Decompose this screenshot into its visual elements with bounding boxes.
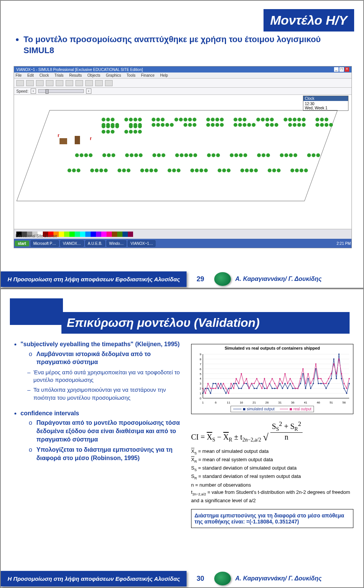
svg-rect-141 bbox=[333, 363, 334, 364]
svg-rect-81 bbox=[328, 383, 329, 384]
color-swatch[interactable] bbox=[59, 232, 64, 237]
svg-rect-83 bbox=[333, 358, 334, 359]
color-swatch[interactable] bbox=[85, 232, 91, 237]
svg-rect-132 bbox=[310, 383, 311, 384]
svg-rect-99 bbox=[225, 388, 226, 389]
color-swatch[interactable] bbox=[64, 232, 69, 237]
r-label: r bbox=[58, 133, 60, 138]
tool-btn[interactable] bbox=[85, 80, 93, 86]
svg-rect-67 bbox=[292, 388, 293, 389]
color-swatch[interactable] bbox=[128, 232, 133, 237]
truck-icon bbox=[60, 138, 67, 144]
color-swatch[interactable] bbox=[75, 232, 80, 237]
svg-rect-66 bbox=[290, 383, 291, 384]
svg-rect-38 bbox=[218, 388, 219, 389]
svg-rect-115 bbox=[267, 388, 268, 389]
menu-results[interactable]: Results bbox=[69, 73, 82, 77]
h1-dash1: Ένα μέρος από αυτά χρησιμοποιείται για ν… bbox=[27, 369, 187, 384]
menu-finance[interactable]: Finance bbox=[141, 73, 155, 77]
tool-btn[interactable] bbox=[105, 80, 113, 86]
taskbar-item[interactable]: VIANOX~1… bbox=[128, 240, 155, 247]
svg-rect-85 bbox=[338, 354, 339, 355]
menu-objects[interactable]: Objects bbox=[88, 73, 100, 77]
footer-authors: Α. Καραγιαννάκη/ Γ. Δουκίδης bbox=[235, 575, 322, 582]
svg-rect-142 bbox=[336, 373, 337, 374]
svg-text:9: 9 bbox=[200, 353, 202, 356]
tool-btn[interactable] bbox=[75, 80, 83, 86]
speed-bar[interactable]: Speed: ‹ › bbox=[14, 88, 351, 95]
simul8-menubar[interactable]: File Edit Clock Trials Results Objects G… bbox=[14, 73, 351, 79]
svg-rect-64 bbox=[284, 383, 286, 384]
tool-btn[interactable] bbox=[16, 80, 24, 86]
svg-rect-118 bbox=[274, 383, 275, 384]
color-swatch[interactable] bbox=[80, 232, 85, 237]
color-swatch[interactable] bbox=[107, 232, 112, 237]
svg-rect-77 bbox=[318, 383, 319, 384]
svg-rect-34 bbox=[207, 388, 209, 389]
svg-rect-33 bbox=[205, 388, 206, 389]
menu-clock[interactable]: Clock bbox=[39, 73, 49, 77]
tool-btn[interactable] bbox=[26, 80, 34, 86]
svg-rect-86 bbox=[341, 378, 342, 379]
h2-sub1: Παράγονται από το μοντέλο προσομοίωσης τ… bbox=[29, 419, 187, 443]
svg-rect-125 bbox=[292, 383, 293, 384]
menu-graphics[interactable]: Graphics bbox=[106, 73, 121, 77]
color-swatch[interactable] bbox=[91, 232, 96, 237]
svg-rect-106 bbox=[243, 383, 245, 384]
speed-thumb[interactable] bbox=[46, 89, 49, 94]
speed-step-left[interactable]: ‹ bbox=[31, 88, 36, 94]
color-swatch[interactable] bbox=[112, 232, 117, 237]
svg-rect-104 bbox=[238, 383, 239, 384]
svg-rect-43 bbox=[231, 388, 232, 389]
taskbar-item[interactable]: Microsoft P… bbox=[31, 240, 59, 247]
close-icon[interactable]: × bbox=[345, 67, 349, 72]
color-swatch[interactable] bbox=[101, 232, 107, 237]
start-button[interactable]: start bbox=[15, 241, 29, 246]
svg-rect-56 bbox=[264, 388, 265, 389]
footer-left: Η Προσομοίωση στη λήψη αποφάσεων Εφοδιασ… bbox=[1, 271, 187, 287]
svg-rect-98 bbox=[223, 383, 224, 384]
svg-text:21: 21 bbox=[253, 401, 256, 404]
tool-btn[interactable] bbox=[95, 80, 103, 86]
tool-btn[interactable] bbox=[56, 80, 63, 86]
tool-btn[interactable] bbox=[36, 80, 44, 86]
menu-edit[interactable]: Edit bbox=[27, 73, 34, 77]
maximize-icon[interactable]: □ bbox=[339, 67, 344, 72]
svg-rect-110 bbox=[254, 383, 255, 384]
menu-file[interactable]: File bbox=[16, 73, 22, 77]
menu-trials[interactable]: Trials bbox=[55, 73, 64, 77]
svg-rect-121 bbox=[282, 383, 283, 384]
color-swatch[interactable] bbox=[122, 232, 128, 237]
color-swatch[interactable] bbox=[117, 232, 122, 237]
taskbar-item[interactable]: Windo… bbox=[107, 240, 126, 247]
tool-btn[interactable] bbox=[66, 80, 73, 86]
menu-help[interactable]: Help bbox=[160, 73, 168, 77]
svg-rect-71 bbox=[303, 373, 304, 374]
color-swatch[interactable] bbox=[96, 232, 101, 237]
svg-rect-123 bbox=[287, 383, 288, 384]
svg-rect-100 bbox=[228, 393, 229, 394]
taskbar[interactable]: start Microsoft P… VIANOX… A.U.E.B. Wind… bbox=[14, 239, 351, 248]
taskbar-item[interactable]: VIANOX… bbox=[60, 240, 84, 247]
speed-step-right[interactable]: › bbox=[86, 88, 91, 94]
svg-rect-46 bbox=[238, 388, 239, 389]
svg-rect-74 bbox=[310, 388, 311, 389]
simul8-toolbar[interactable] bbox=[14, 79, 351, 88]
svg-rect-108 bbox=[248, 388, 249, 389]
bullet-1: Το μοντέλο προσομοίωσης αναπτύχθηκε με χ… bbox=[24, 34, 340, 56]
minimize-icon[interactable]: _ bbox=[334, 67, 339, 72]
simul8-canvas[interactable]: Clock 12:30 Wed, Week 1 r r bbox=[14, 95, 351, 232]
svg-text:46: 46 bbox=[317, 401, 320, 404]
taskbar-item[interactable]: A.U.E.B. bbox=[85, 240, 105, 247]
svg-rect-94 bbox=[213, 388, 214, 389]
menu-tools[interactable]: Tools bbox=[127, 73, 135, 77]
simul8-window-controls[interactable]: _ □ × bbox=[334, 67, 349, 72]
color-swatch[interactable] bbox=[69, 232, 75, 237]
clock-day: Wed, Week 1 bbox=[305, 106, 347, 110]
color-palette[interactable] bbox=[14, 229, 351, 239]
svg-rect-147 bbox=[349, 378, 350, 379]
svg-text:3: 3 bbox=[200, 382, 202, 385]
svg-rect-37 bbox=[215, 383, 216, 384]
tool-btn[interactable] bbox=[46, 80, 53, 86]
speed-slider[interactable] bbox=[38, 89, 84, 93]
